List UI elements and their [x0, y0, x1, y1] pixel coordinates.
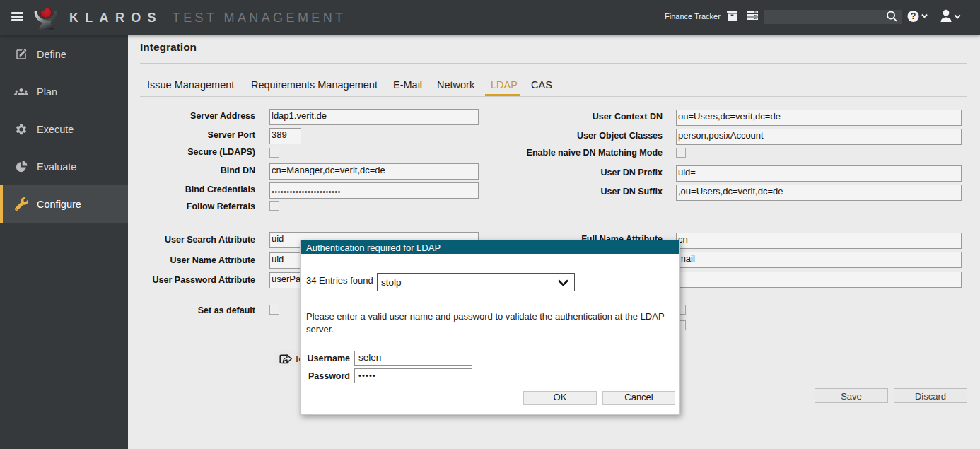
svg-text:?: ?	[911, 11, 916, 21]
